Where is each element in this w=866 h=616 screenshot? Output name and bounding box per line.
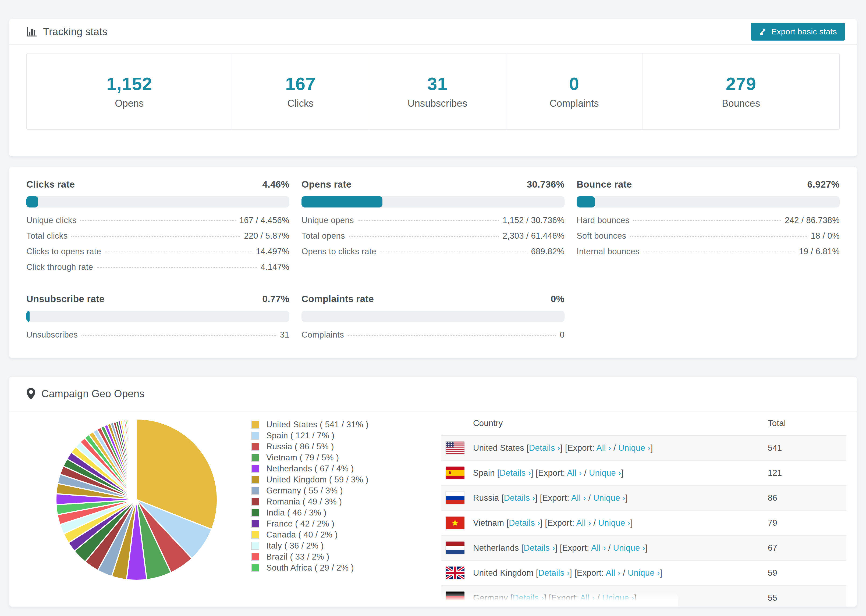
rates-grid: Clicks rate4.46%Unique clicks167 / 4.456…	[9, 167, 857, 346]
rate-progress	[576, 196, 840, 207]
rate-value: 30.736%	[527, 179, 565, 190]
rate-row: Unique clicks167 / 4.456%	[26, 215, 290, 231]
export-all-link[interactable]: All ›	[591, 543, 606, 553]
export-all-link[interactable]: All ›	[606, 568, 620, 578]
rate-row-value: 31	[280, 330, 290, 340]
stats-summary-row: 1,152Opens167Clicks31Unsubscribes0Compla…	[26, 53, 840, 130]
export-all-link[interactable]: All ›	[580, 593, 595, 603]
map-pin-icon	[26, 388, 36, 400]
export-icon	[759, 28, 767, 36]
rate-row-label: Soft bounces	[576, 231, 627, 241]
legend-item-vietnam: Vietnam ( 79 / 5% )	[251, 452, 368, 463]
details-link[interactable]: Details ›	[504, 493, 535, 503]
legend-swatch	[251, 542, 259, 550]
export-unique-link[interactable]: Unique ›	[613, 543, 646, 553]
rate-row-label: Unique clicks	[26, 215, 77, 225]
table-row-netherlands: Netherlands [Details ›] [Export: All › /…	[441, 536, 846, 561]
pie-slice-other[interactable]	[136, 419, 137, 500]
legend-label: Italy ( 36 / 2% )	[266, 541, 324, 551]
stat-label: Unsubscribes	[408, 98, 467, 109]
details-link[interactable]: Details ›	[529, 443, 560, 453]
legend-swatch	[251, 476, 259, 484]
details-link[interactable]: Details ›	[524, 543, 555, 553]
stat-label: Opens	[115, 98, 144, 109]
rate-row: Internal bounces19 / 6.81%	[576, 247, 840, 262]
details-link[interactable]: Details ›	[538, 568, 570, 578]
country-cell: United Kingdom [Details ›] [Export: All …	[473, 568, 768, 578]
stat-value: 0	[569, 74, 579, 94]
legend-item-canada: Canada ( 40 / 2% )	[251, 529, 368, 540]
legend-label: Vietnam ( 79 / 5% )	[266, 453, 339, 462]
rate-block-unsubscribe-rate: Unsubscribe rate0.77%Unsubscribes31	[26, 294, 290, 346]
legend-swatch	[251, 465, 259, 473]
legend-label: South Africa ( 29 / 2% )	[266, 563, 354, 573]
rate-row-label: Unsubscribes	[26, 330, 78, 340]
export-all-link[interactable]: All ›	[571, 493, 586, 503]
rate-block-clicks-rate: Clicks rate4.46%Unique clicks167 / 4.456…	[26, 179, 290, 278]
country-flag-gb	[446, 567, 464, 579]
total-cell: 67	[768, 543, 846, 553]
legend-label: United States ( 541 / 31% )	[266, 420, 368, 429]
legend-swatch	[251, 487, 259, 495]
rate-row-value: 0	[560, 330, 565, 340]
geo-legend: United States ( 541 / 31% )Spain ( 121 /…	[251, 419, 368, 573]
export-unique-link[interactable]: Unique ›	[598, 518, 630, 528]
legend-swatch	[251, 443, 259, 451]
rate-title: Opens rate	[301, 179, 351, 190]
rate-row-label: Opens to clicks rate	[301, 247, 376, 256]
country-flag-ru	[446, 492, 464, 504]
legend-item-italy: Italy ( 36 / 2% )	[251, 540, 368, 551]
legend-label: Germany ( 55 / 3% )	[266, 486, 343, 496]
table-row-united-states: United States [Details ›] [Export: All ›…	[441, 436, 846, 460]
legend-item-france: France ( 42 / 2% )	[251, 518, 368, 529]
total-cell: 541	[768, 443, 846, 453]
export-unique-link[interactable]: Unique ›	[618, 443, 650, 453]
rate-title: Bounce rate	[576, 179, 632, 190]
total-cell: 55	[768, 593, 846, 603]
legend-item-russia: Russia ( 86 / 5% )	[251, 441, 368, 452]
rate-row: Hard bounces242 / 86.738%	[576, 215, 840, 231]
rate-row-label: Unique opens	[301, 215, 354, 225]
table-row-united-kingdom: United Kingdom [Details ›] [Export: All …	[441, 561, 846, 586]
export-all-link[interactable]: All ›	[567, 468, 582, 478]
rate-row-dots	[348, 335, 556, 336]
legend-swatch	[251, 520, 259, 528]
legend-item-brazil: Brazil ( 33 / 2% )	[251, 551, 368, 562]
legend-swatch	[251, 509, 259, 517]
rate-row: Unsubscribes31	[26, 330, 290, 346]
legend-swatch	[251, 531, 259, 539]
export-unique-link[interactable]: Unique ›	[628, 568, 660, 578]
stat-value: 167	[285, 74, 316, 94]
details-link[interactable]: Details ›	[513, 593, 544, 603]
rate-row-value: 2,303 / 61.446%	[503, 231, 565, 241]
legend-swatch	[251, 553, 259, 561]
legend-label: Russia ( 86 / 5% )	[266, 442, 334, 451]
table-row-spain: Spain [Details ›] [Export: All › / Uniqu…	[441, 460, 846, 486]
rate-value: 4.46%	[262, 179, 290, 190]
stat-label: Bounces	[722, 98, 760, 109]
details-link[interactable]: Details ›	[500, 468, 531, 478]
rate-title: Clicks rate	[26, 179, 75, 190]
export-unique-link[interactable]: Unique ›	[602, 593, 635, 603]
stat-cell-bounces: 279Bounces	[643, 53, 839, 129]
details-link[interactable]: Details ›	[509, 518, 540, 528]
rate-row-label: Total opens	[301, 231, 345, 241]
export-all-link[interactable]: All ›	[597, 443, 611, 453]
tracking-stats-header: Tracking stats Export basic stats	[9, 19, 857, 45]
rate-row-label: Internal bounces	[576, 247, 639, 256]
rate-row-value: 1,152 / 30.736%	[503, 215, 565, 225]
export-all-link[interactable]: All ›	[576, 518, 591, 528]
export-unique-link[interactable]: Unique ›	[589, 468, 621, 478]
rate-row-dots	[643, 251, 795, 252]
legend-item-india: India ( 46 / 3% )	[251, 507, 368, 518]
export-basic-stats-button[interactable]: Export basic stats	[751, 23, 845, 41]
legend-item-romania: Romania ( 49 / 3% )	[251, 496, 368, 507]
legend-item-south-africa: South Africa ( 29 / 2% )	[251, 562, 368, 573]
geo-header: Campaign Geo Opens	[9, 377, 857, 412]
rate-row-dots	[633, 220, 781, 221]
campaign-geo-opens-card: Campaign Geo Opens United States ( 541 /…	[9, 376, 857, 607]
rate-value: 0%	[551, 294, 565, 304]
country-flag-de	[446, 592, 464, 604]
export-unique-link[interactable]: Unique ›	[593, 493, 625, 503]
export-button-label: Export basic stats	[772, 27, 837, 36]
